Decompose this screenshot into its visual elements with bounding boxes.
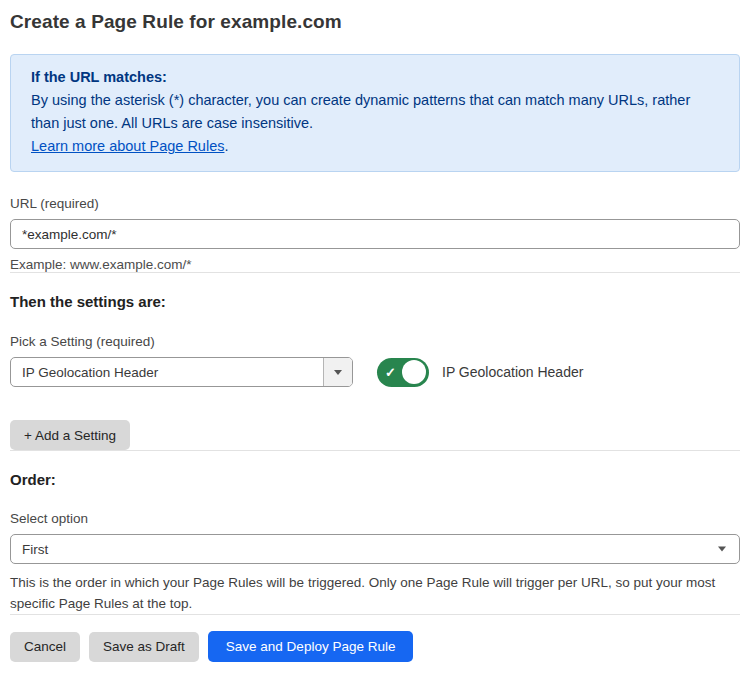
info-box-heading: If the URL matches:: [31, 66, 719, 89]
url-input[interactable]: [10, 219, 740, 249]
divider: [10, 614, 740, 615]
order-section-heading: Order:: [10, 471, 740, 488]
order-select-value: First: [22, 542, 48, 557]
page-title: Create a Page Rule for example.com: [10, 11, 740, 33]
url-field-helper: Example: www.example.com/*: [10, 257, 740, 272]
setting-row: IP Geolocation Header ✓ IP Geolocation H…: [10, 357, 740, 387]
check-icon: ✓: [385, 366, 396, 379]
save-as-draft-button[interactable]: Save as Draft: [89, 632, 199, 662]
divider: [10, 272, 740, 273]
toggle-label: IP Geolocation Header: [442, 364, 583, 380]
url-match-info-box: If the URL matches: By using the asteris…: [10, 54, 740, 172]
setting-select-value: IP Geolocation Header: [11, 358, 323, 386]
add-setting-button[interactable]: + Add a Setting: [10, 420, 130, 450]
chevron-down-icon: [334, 370, 342, 375]
link-period: .: [224, 138, 228, 154]
order-select-label: Select option: [10, 511, 740, 526]
chevron-down-icon: [718, 547, 726, 552]
create-page-rule-form: Create a Page Rule for example.com If th…: [0, 0, 750, 662]
learn-more-link[interactable]: Learn more about Page Rules: [31, 138, 224, 154]
settings-section-heading: Then the settings are:: [10, 293, 740, 310]
url-field-label: URL (required): [10, 196, 740, 211]
order-select[interactable]: First: [10, 534, 740, 564]
setting-picker-label: Pick a Setting (required): [10, 334, 740, 349]
cancel-button[interactable]: Cancel: [10, 632, 80, 662]
order-helper-text: This is the order in which your Page Rul…: [10, 572, 740, 614]
toggle-knob: [402, 360, 426, 384]
divider: [10, 450, 740, 451]
save-and-deploy-button[interactable]: Save and Deploy Page Rule: [208, 631, 414, 662]
info-box-body: By using the asterisk (*) character, you…: [31, 89, 719, 135]
info-box-link-line: Learn more about Page Rules.: [31, 135, 719, 158]
form-actions: Cancel Save as Draft Save and Deploy Pag…: [10, 631, 740, 662]
setting-select[interactable]: IP Geolocation Header: [10, 357, 353, 387]
setting-select-dropdown-button[interactable]: [323, 358, 352, 386]
ip-geolocation-toggle[interactable]: ✓: [377, 358, 429, 387]
